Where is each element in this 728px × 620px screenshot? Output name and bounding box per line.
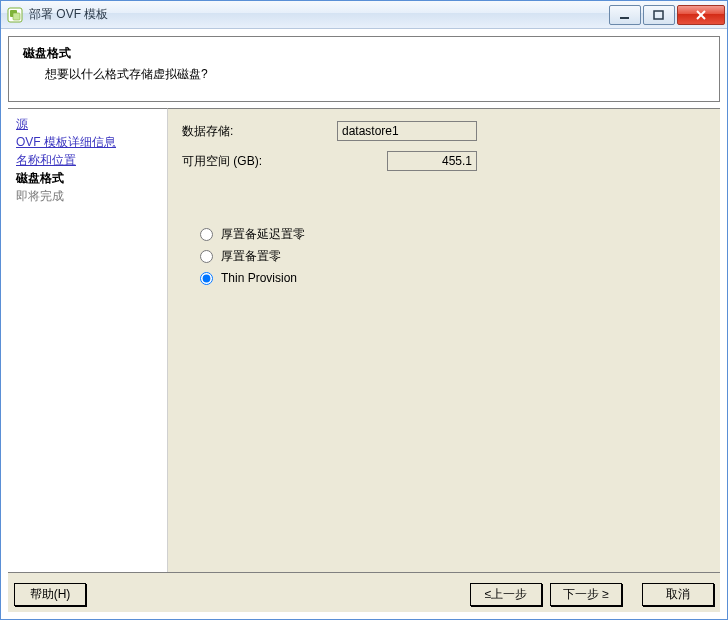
freespace-label: 可用空间 (GB): [182, 153, 337, 170]
freespace-value: 455.1 [387, 151, 477, 171]
sidebar-item-source[interactable]: 源 [16, 115, 159, 133]
radio-thick-lazy[interactable]: 厚置备延迟置零 [200, 223, 706, 245]
next-button[interactable]: 下一步 ≥ [550, 583, 622, 606]
radio-thin-provision-input[interactable] [200, 272, 213, 285]
close-icon [694, 10, 708, 20]
radio-thin-provision-label: Thin Provision [221, 271, 297, 285]
app-icon [7, 7, 23, 23]
provision-radio-group: 厚置备延迟置零 厚置备置零 Thin Provision [200, 223, 706, 289]
wizard-steps-sidebar: 源 OVF 模板详细信息 名称和位置 磁盘格式 即将完成 [8, 108, 168, 572]
titlebar: 部署 OVF 模板 [1, 1, 727, 29]
sidebar-item-name-location[interactable]: 名称和位置 [16, 151, 159, 169]
window-title: 部署 OVF 模板 [29, 6, 108, 23]
wizard-body: 源 OVF 模板详细信息 名称和位置 磁盘格式 即将完成 数据存储: datas… [8, 108, 720, 572]
help-button[interactable]: 帮助(H) [14, 583, 86, 606]
maximize-icon [653, 10, 665, 20]
svg-rect-4 [654, 11, 663, 19]
back-button[interactable]: ≤上一步 [470, 583, 542, 606]
deploy-ovf-window: 部署 OVF 模板 磁盘格式 想要以什么格式存储虚拟磁盘? 源 OVF 模板详细… [0, 0, 728, 620]
sidebar-item-ovf-details[interactable]: OVF 模板详细信息 [16, 133, 159, 151]
freespace-row: 可用空间 (GB): 455.1 [182, 149, 706, 173]
window-controls [607, 5, 725, 25]
page-title: 磁盘格式 [23, 45, 705, 62]
radio-thick-eager-label: 厚置备置零 [221, 248, 281, 265]
radio-thick-eager-input[interactable] [200, 250, 213, 263]
minimize-icon [619, 10, 631, 20]
wizard-header: 磁盘格式 想要以什么格式存储虚拟磁盘? [8, 36, 720, 102]
wizard-content: 数据存储: datastore1 可用空间 (GB): 455.1 厚置备延迟置… [168, 108, 720, 572]
minimize-button[interactable] [609, 5, 641, 25]
sidebar-item-disk-format: 磁盘格式 [16, 169, 159, 187]
radio-thin-provision[interactable]: Thin Provision [200, 267, 706, 289]
maximize-button[interactable] [643, 5, 675, 25]
radio-thick-lazy-input[interactable] [200, 228, 213, 241]
radio-thick-lazy-label: 厚置备延迟置零 [221, 226, 305, 243]
svg-rect-3 [620, 17, 629, 19]
datastore-value: datastore1 [337, 121, 477, 141]
datastore-row: 数据存储: datastore1 [182, 119, 706, 143]
sidebar-item-ready: 即将完成 [16, 187, 159, 205]
svg-rect-2 [13, 13, 20, 20]
radio-thick-eager[interactable]: 厚置备置零 [200, 245, 706, 267]
cancel-button[interactable]: 取消 [642, 583, 714, 606]
datastore-label: 数据存储: [182, 123, 337, 140]
page-subtitle: 想要以什么格式存储虚拟磁盘? [45, 66, 705, 83]
wizard-footer: 帮助(H) ≤上一步 下一步 ≥ 取消 [8, 572, 720, 612]
close-button[interactable] [677, 5, 725, 25]
